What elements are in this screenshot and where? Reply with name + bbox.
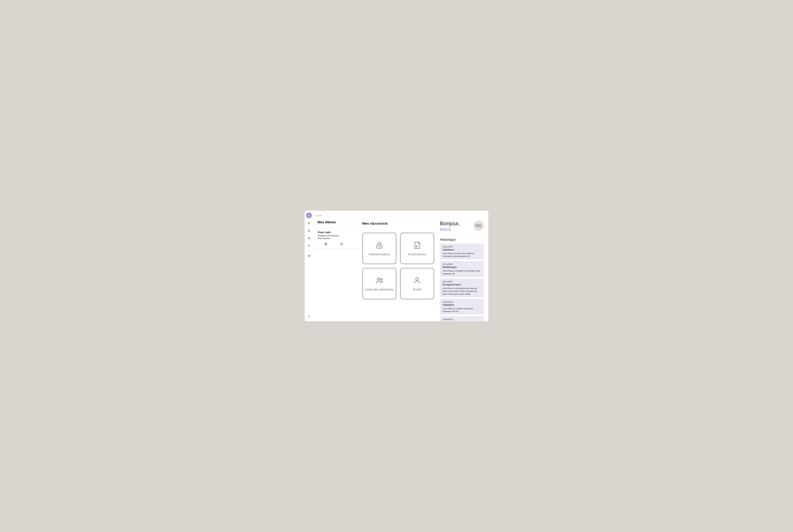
- svg-point-3: [309, 245, 309, 246]
- shortcut-profil[interactable]: Profil: [400, 268, 434, 300]
- history-title: Historique: [440, 238, 484, 242]
- history-type: Validation: [442, 303, 481, 307]
- history-date: 28/11/2023: [442, 246, 481, 248]
- shortcuts-column: Mes raccourcis Administation Formulaires: [361, 211, 437, 321]
- history-desc: Anne Pacou a modifié le formulaire Visit…: [442, 269, 481, 275]
- shortcut-label: Liste des étudiants: [365, 288, 394, 291]
- history-date: 19/10/2023: [442, 301, 481, 303]
- right-column: Bonjour, Rémi RS Historique 28/11/2023 V…: [437, 211, 488, 321]
- shortcuts-title: Mes raccourcis: [362, 222, 434, 226]
- svg-point-2: [309, 238, 310, 238]
- greeting-name: Rémi: [440, 227, 460, 232]
- avatar[interactable]: RS: [474, 221, 484, 231]
- student-card[interactable]: Evan Labit labit@etu.univ-littoral.fr Ré…: [315, 228, 361, 248]
- student-email: labit@etu.univ-littoral.fr: [318, 234, 358, 237]
- shortcut-label: Profil: [413, 288, 421, 291]
- svg-point-11: [381, 278, 382, 280]
- student-doc-button[interactable]: [324, 242, 327, 246]
- user-icon: [308, 244, 310, 248]
- greeting-hello: Bonjour,: [440, 221, 460, 226]
- history-type: Modification: [442, 266, 481, 269]
- logout-icon: [308, 254, 310, 258]
- students-icon: [375, 276, 384, 285]
- nav-home-button[interactable]: [306, 213, 312, 218]
- greeting-row: Bonjour, Rémi RS: [440, 221, 484, 232]
- chevron-double-right-icon: [308, 315, 310, 318]
- students-icon: [308, 237, 310, 240]
- svg-point-1: [308, 238, 309, 238]
- file-icon: [308, 229, 310, 233]
- history-desc: Anne Pacou a enregistré des réponse dans…: [442, 287, 481, 295]
- greeting-text: Bonjour, Rémi: [440, 221, 460, 232]
- history-date: 12/10/2023: [442, 318, 481, 321]
- divider: [440, 235, 484, 236]
- history-type: Enregistrement: [442, 321, 481, 321]
- svg-rect-0: [308, 223, 310, 224]
- nav-students-button[interactable]: [306, 236, 312, 242]
- file-icon: [413, 241, 422, 250]
- history-item[interactable]: 28/11/2023 Validation Anne Pacou et vous…: [440, 244, 484, 260]
- history-item[interactable]: 19/10/2023 Validation Anne Pacou a valid…: [440, 299, 484, 315]
- students-column: Mes élèves Evan Labit labit@etu.univ-lit…: [313, 211, 361, 321]
- shortcuts-grid: Administation Formulaires Liste des étud…: [362, 232, 434, 300]
- lock-icon: [308, 222, 310, 225]
- history-desc: Anne Pacou et vous avez validé le formul…: [442, 252, 481, 258]
- student-tutor: Rémi Synave: [318, 237, 358, 240]
- nav-lock-button[interactable]: [306, 221, 312, 226]
- monitor-icon: [340, 243, 343, 246]
- history-type: Enregistrement: [442, 283, 481, 286]
- svg-point-12: [416, 278, 419, 280]
- sidebar-separator: [307, 251, 312, 252]
- history-item[interactable]: 12/10/2023 Enregistrement Vous avez enre…: [440, 316, 484, 321]
- nav-logout-button[interactable]: [306, 253, 312, 259]
- certificate-icon: [324, 243, 327, 246]
- history-date: 27/11/2023: [442, 263, 481, 265]
- home-icon: [308, 214, 310, 217]
- user-icon: [413, 276, 422, 285]
- history-desc: Anne Pacou a validé le formulaire Entret…: [442, 307, 481, 313]
- app-window: Accueil Mes élèves Evan Labit labit@etu.…: [305, 210, 488, 322]
- main-content: Accueil Mes élèves Evan Labit labit@etu.…: [313, 211, 488, 321]
- nav-profile-button[interactable]: [306, 243, 312, 249]
- sidebar: [305, 211, 313, 321]
- shortcut-label: Formulaires: [408, 252, 426, 256]
- history-item[interactable]: 25/11/2023 Enregistrement Anne Pacou a e…: [440, 279, 484, 297]
- shortcut-label: Administation: [369, 252, 390, 256]
- students-title: Mes élèves: [317, 220, 356, 224]
- history-item[interactable]: 27/11/2023 Modification Anne Pacou a mod…: [440, 261, 484, 277]
- student-monitor-button[interactable]: [340, 242, 343, 246]
- shortcut-administration[interactable]: Administation: [362, 232, 396, 264]
- nav-file-button[interactable]: [306, 228, 312, 234]
- history-date: 25/11/2023: [442, 281, 481, 283]
- shortcut-students-list[interactable]: Liste des étudiants: [362, 268, 396, 300]
- svg-point-10: [377, 278, 380, 280]
- student-name: Evan Labit: [318, 231, 358, 234]
- lock-icon: [375, 241, 384, 250]
- shortcut-formulaires[interactable]: Formulaires: [400, 232, 434, 264]
- history-type: Validation: [442, 248, 481, 251]
- student-actions: [318, 242, 358, 246]
- sidebar-expand-button[interactable]: [308, 315, 310, 318]
- history-list: 28/11/2023 Validation Anne Pacou et vous…: [440, 244, 484, 321]
- svg-rect-7: [340, 243, 343, 245]
